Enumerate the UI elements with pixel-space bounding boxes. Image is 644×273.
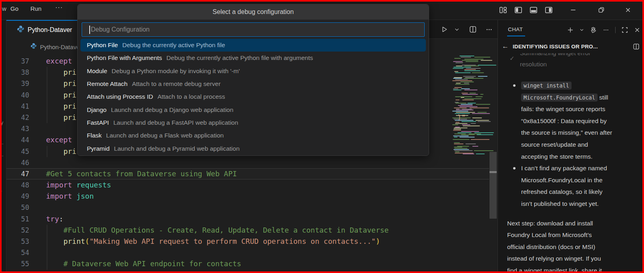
minimap-line (460, 82, 474, 82)
code-line[interactable]: 47#Get 5 contacts from Dataverse using W… (6, 168, 451, 179)
code-line[interactable]: 49import json (6, 191, 451, 202)
quickpick-item[interactable]: Python FileDebug the currently active Py… (80, 39, 426, 52)
code-line[interactable]: 46 (6, 157, 451, 168)
menu-overflow-button[interactable]: ··· (55, 4, 63, 11)
run-options-chevron-icon[interactable] (454, 27, 459, 32)
minimap-line (456, 109, 459, 110)
minimap-line (463, 76, 476, 77)
divider (615, 27, 616, 33)
minimap-line (455, 122, 459, 123)
quickpick-item[interactable]: Remote AttachAttach to a remote debug se… (80, 78, 426, 90)
minimap-line (461, 134, 475, 135)
toggle-panel-icon[interactable] (529, 5, 538, 15)
minimap-line (462, 60, 478, 61)
chat-panel: ✓Summarizing winget errorresolutionwinge… (498, 20, 644, 273)
python-file-icon (17, 25, 24, 34)
scrollbar-slider[interactable] (490, 152, 497, 219)
toggle-primary-sidebar-icon[interactable] (514, 5, 523, 15)
minimap-line (455, 62, 463, 63)
minimap-line (459, 106, 477, 107)
minimap-line (454, 148, 468, 149)
code-line[interactable]: 53print("Making Web API request to perfo… (6, 236, 451, 247)
customize-layout-icon[interactable] (498, 5, 508, 15)
minimize-window-icon[interactable] (568, 5, 578, 15)
editor-more-actions-icon[interactable] (486, 26, 493, 33)
quickpick-item[interactable]: FlaskLaunch and debug a Flask web applic… (80, 129, 426, 142)
minimap-line (464, 98, 481, 99)
minimap-line (475, 120, 489, 121)
minimap-line (455, 79, 468, 80)
run-python-file-icon[interactable] (441, 26, 448, 33)
maximize-panel-icon[interactable] (622, 27, 628, 33)
chat-text-line: official distribution (docs or MSI) (507, 241, 639, 253)
close-window-icon[interactable] (623, 5, 633, 15)
new-chat-icon[interactable] (567, 27, 574, 33)
code-line-text (29, 157, 46, 168)
minimap[interactable] (451, 56, 490, 155)
minimap-line (456, 110, 473, 110)
chat-text-line: Next step: download and install (507, 217, 639, 229)
line-number: 54 (6, 247, 29, 258)
minimap-line (454, 150, 473, 151)
minimap-line (455, 72, 471, 73)
line-number: 47 (6, 168, 29, 179)
line-number: 37 (6, 56, 29, 67)
chat-header: CHAT (498, 20, 644, 40)
quickpick-item-label: FastAPI (87, 119, 109, 126)
tab-label: Python-Dataver (28, 26, 72, 34)
code-line[interactable]: 52#Full CRUD Operations - Create, Read, … (6, 225, 451, 236)
quickpick-item[interactable]: DjangoLaunch and debug a Django web appl… (80, 103, 426, 116)
toggle-secondary-sidebar-icon[interactable] (544, 5, 554, 15)
open-session-in-editor-icon[interactable] (633, 43, 640, 50)
minimap-line (456, 66, 462, 66)
code-line[interactable]: 48import requests (6, 179, 451, 191)
minimap-line (465, 143, 476, 144)
tab-chat[interactable]: CHAT (508, 26, 523, 33)
minimap-line (464, 70, 481, 71)
back-arrow-icon[interactable]: ← (502, 42, 509, 50)
minimap-line (452, 118, 471, 118)
clipped-menu-fragment: w (2, 5, 6, 12)
split-editor-icon[interactable] (469, 26, 477, 33)
minimap-line (453, 90, 461, 90)
line-number: 50 (6, 202, 29, 213)
quickpick-item[interactable]: Python File with ArgumentsDebug the curr… (80, 52, 426, 64)
code-line[interactable]: 50 (6, 202, 451, 213)
line-number: 51 (6, 213, 29, 225)
minimap-line (472, 146, 478, 147)
chat-more-actions-icon[interactable] (603, 27, 609, 33)
minimap-line (455, 123, 467, 124)
quickpick-item[interactable]: Attach using Process IDAttach to a local… (80, 90, 426, 103)
line-number: 40 (6, 90, 29, 101)
quickpick-item[interactable]: FastAPILaunch and debug a FastAPI web ap… (80, 116, 426, 129)
quickpick-item[interactable]: ModuleDebug a Python module by invoking … (80, 65, 426, 78)
minimap-line (462, 65, 476, 66)
quickpick-item-label: Python File (87, 42, 118, 49)
close-chat-icon[interactable] (634, 27, 640, 33)
minimap-line (454, 134, 466, 134)
minimap-line (461, 131, 479, 132)
chat-text-line: source reset/update and (521, 139, 639, 151)
chat-settings-gear-icon[interactable] (590, 26, 597, 33)
editor-scrollbar[interactable] (489, 56, 498, 271)
code-line[interactable]: 54 (6, 247, 451, 258)
restore-window-icon[interactable] (596, 5, 606, 15)
menu-go[interactable]: Go (10, 5, 18, 12)
vscode-window: w Go Run ··· (0, 0, 644, 273)
quickpick-input[interactable]: Debug Configuration (82, 22, 425, 37)
code-line-text (29, 247, 63, 258)
code-line-text: try: (29, 213, 63, 225)
minimap-line (453, 88, 458, 89)
code-line-text: print("Making Web API request to perform… (29, 236, 380, 247)
quickpick-item[interactable]: PyramidLaunch and debug a Pyramid web ap… (80, 142, 426, 155)
minimap-line (462, 94, 478, 95)
code-line[interactable]: 55# Dataverse Web API endpoint for conta… (6, 258, 451, 269)
minimap-line (456, 115, 468, 116)
minimap-line (458, 105, 473, 106)
code-line[interactable]: 51try: (6, 213, 451, 225)
menu-run[interactable]: Run (30, 5, 42, 12)
chat-paragraph: Next step: download and installFoundry L… (507, 217, 639, 273)
quickpick-list: Python FileDebug the currently active Py… (78, 39, 429, 155)
minimap-line (457, 132, 471, 133)
new-chat-chevron-icon[interactable] (580, 28, 584, 32)
